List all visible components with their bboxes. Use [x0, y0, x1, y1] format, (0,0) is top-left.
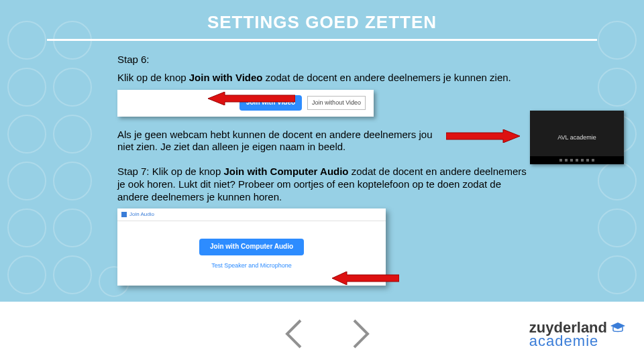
svg-point-4 — [8, 115, 46, 153]
join-audio-dialog: Join Audio Join with Computer Audio Test… — [117, 208, 386, 286]
step6-bold: Join with Video — [189, 72, 263, 83]
svg-point-5 — [54, 115, 91, 153]
step6-heading: Stap 6: — [117, 54, 607, 66]
dialog-title: Join Audio — [129, 211, 154, 218]
svg-point-11 — [54, 256, 91, 294]
video-preview-panel: Join with Video Join without Video — [117, 90, 374, 117]
slide: SETTINGS GOED ZETTEN Stap 6: Klik op de … — [0, 0, 644, 362]
svg-point-10 — [8, 256, 46, 294]
dialog-icon — [121, 212, 127, 217]
join-computer-audio-button[interactable]: Join with Computer Audio — [199, 239, 304, 255]
participant-name: AVL academie — [557, 134, 596, 141]
step7-text: Stap 7: Klik op de knop Join with Comput… — [117, 166, 533, 203]
zoom-toolbar — [530, 156, 624, 164]
prev-button[interactable] — [282, 318, 306, 350]
svg-point-7 — [54, 162, 91, 200]
step7-bold: Join with Computer Audio — [223, 166, 348, 177]
page-title: SETTINGS GOED ZETTEN — [0, 12, 644, 33]
step6-line: Klik op de knop Join with Video zodat de… — [117, 72, 607, 84]
join-with-video-button[interactable]: Join with Video — [239, 95, 302, 111]
logo-bottom-text: academie — [529, 334, 625, 349]
zoom-participant-tile: AVL academie — [530, 111, 624, 164]
footer-bar: zuyderland academie — [0, 302, 644, 362]
chevron-right-icon — [349, 318, 373, 350]
title-underline — [47, 39, 597, 41]
svg-point-2 — [8, 68, 46, 106]
next-button[interactable] — [349, 318, 373, 350]
chevron-left-icon — [282, 318, 306, 350]
svg-point-6 — [8, 162, 46, 200]
svg-point-8 — [8, 209, 46, 247]
step7-prefix: Stap 7: Klik op de knop — [117, 166, 223, 177]
step6-text-a: Klik op de knop — [117, 72, 189, 83]
test-speaker-link[interactable]: Test Speaker and Microphone — [117, 262, 386, 269]
svg-point-3 — [54, 68, 91, 106]
content-area: Stap 6: Klik op de knop Join with Video … — [117, 54, 607, 286]
brand-logo: zuyderland academie — [529, 320, 625, 349]
join-without-video-button[interactable]: Join without Video — [307, 96, 366, 110]
svg-point-9 — [54, 209, 91, 247]
dialog-titlebar: Join Audio — [117, 208, 386, 221]
step6b-text: Als je geen webcam hebt kunnen de docent… — [117, 129, 446, 154]
step6-text-b: zodat de docent en andere deelnemers je … — [262, 72, 511, 83]
graduation-cap-icon — [610, 322, 625, 335]
